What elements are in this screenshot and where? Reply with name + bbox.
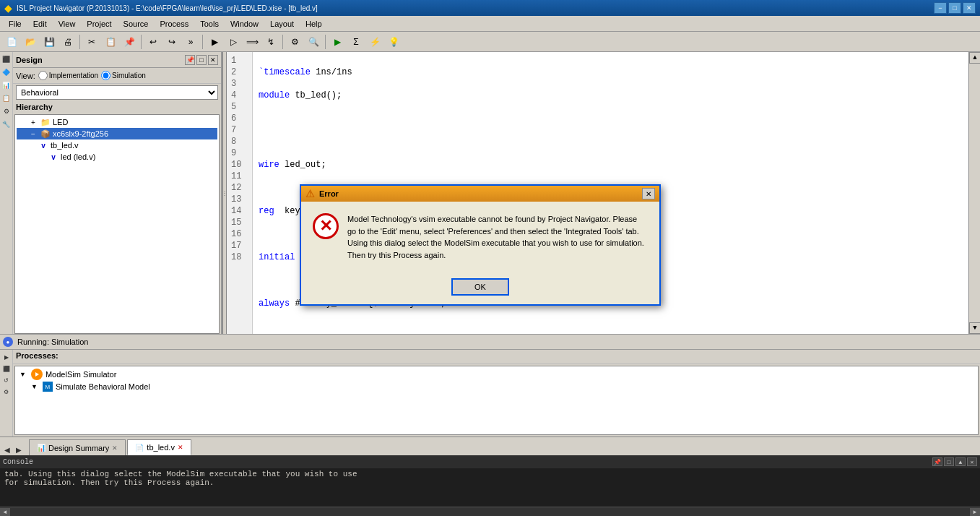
- error-circle-icon: ✕: [313, 213, 339, 239]
- dialog-body: ✕ Model Technology's vsim executable can…: [301, 202, 659, 272]
- dialog-title-label: Error: [319, 189, 339, 198]
- warning-triangle-icon: ⚠: [305, 188, 315, 199]
- dialog-ok-button[interactable]: OK: [451, 278, 509, 296]
- error-dialog-overlay: ⚠ Error ✕ ✕ Model Technology's vsim exec…: [0, 0, 980, 516]
- dialog-title-bar: ⚠ Error ✕: [301, 186, 659, 202]
- dialog-close-button[interactable]: ✕: [642, 188, 655, 199]
- dialog-footer: OK: [301, 272, 659, 304]
- error-dialog: ⚠ Error ✕ ✕ Model Technology's vsim exec…: [300, 184, 661, 306]
- dialog-message-text: Model Technology's vsim executable canno…: [347, 213, 648, 261]
- dialog-title-text: ⚠ Error: [305, 188, 339, 199]
